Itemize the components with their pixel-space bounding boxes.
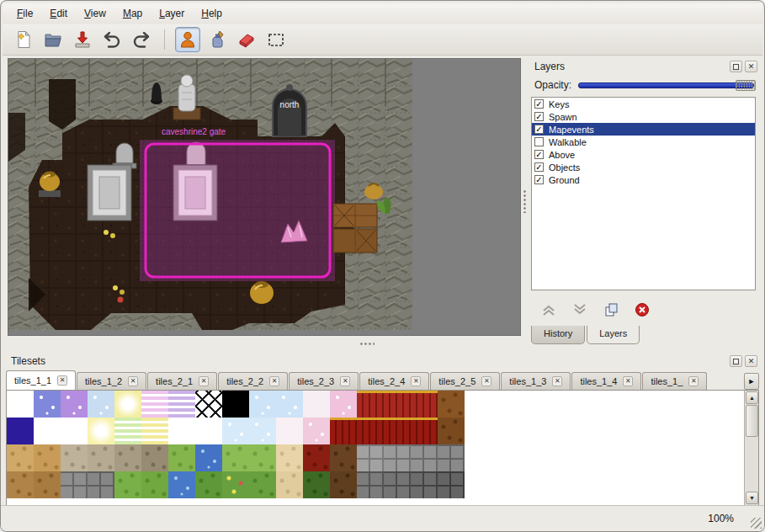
tab-close-icon[interactable]: ✕ xyxy=(340,376,350,386)
tile-3-10[interactable] xyxy=(276,471,303,498)
tile-2-16[interactable] xyxy=(438,444,465,471)
tile-3-1[interactable] xyxy=(34,471,61,498)
tab-close-icon[interactable]: ✕ xyxy=(481,376,491,386)
tileset-tab-tiles_1_1[interactable]: tiles_1_1✕ xyxy=(6,370,76,390)
tile-2-1[interactable] xyxy=(34,444,61,471)
layer-visibility-checkbox[interactable]: ✓ xyxy=(534,162,544,172)
layer-row-spawn[interactable]: ✓Spawn xyxy=(532,110,755,123)
tile-3-15[interactable] xyxy=(411,471,438,498)
tab-layers[interactable]: Layers xyxy=(587,326,640,344)
tileset-tab-tiles_2_5[interactable]: tiles_2_5✕ xyxy=(430,372,500,390)
tile-0-13[interactable] xyxy=(357,391,384,418)
tile-3-6[interactable] xyxy=(168,471,195,498)
menu-edit[interactable]: Edit xyxy=(42,5,75,22)
tile-1-16[interactable] xyxy=(438,418,465,444)
tileset-tab-tiles_2_1[interactable]: tiles_2_1✕ xyxy=(147,372,217,390)
map-canvas[interactable]: north caveshrine2 gate xyxy=(8,59,412,330)
layer-row-above[interactable]: ✓Above xyxy=(532,148,755,161)
layer-row-keys[interactable]: ✓Keys xyxy=(532,98,755,110)
tile-0-11[interactable] xyxy=(303,391,330,418)
tile-3-14[interactable] xyxy=(384,471,411,498)
tile-2-15[interactable] xyxy=(411,444,438,471)
tab-close-icon[interactable]: ✕ xyxy=(57,375,67,386)
scrollbar-thumb[interactable] xyxy=(746,405,758,437)
tab-history[interactable]: History xyxy=(531,326,585,344)
tilesets-close-button[interactable]: ✕ xyxy=(745,355,757,367)
tile-3-11[interactable] xyxy=(303,471,330,498)
menu-file[interactable]: File xyxy=(9,5,40,22)
tile-2-6[interactable] xyxy=(168,444,195,471)
tileset-tab-tiles_1_3[interactable]: tiles_1_3✕ xyxy=(501,372,571,390)
tile-3-13[interactable] xyxy=(357,471,384,498)
tab-close-icon[interactable]: ✕ xyxy=(128,376,138,386)
fill-tool-button[interactable] xyxy=(205,27,230,52)
tab-close-icon[interactable]: ✕ xyxy=(688,376,699,386)
place-event-tool-button[interactable] xyxy=(175,27,200,52)
duplicate-layer-button[interactable] xyxy=(602,301,620,319)
tile-0-15[interactable] xyxy=(411,391,438,418)
tile-0-3[interactable] xyxy=(88,391,114,418)
tile-3-2[interactable] xyxy=(61,471,88,498)
resize-grip[interactable] xyxy=(751,518,762,529)
tile-0-8[interactable] xyxy=(222,391,249,418)
tile-1-3[interactable] xyxy=(88,418,114,444)
palette-scrollbar[interactable]: ▲ ▼ xyxy=(744,391,758,505)
tile-1-4[interactable] xyxy=(114,418,141,444)
tile-3-16[interactable] xyxy=(438,471,465,498)
redo-button[interactable] xyxy=(129,27,154,52)
remove-layer-button[interactable] xyxy=(633,301,651,319)
tileset-tab-tiles_2_4[interactable]: tiles_2_4✕ xyxy=(359,372,429,390)
tile-0-1[interactable] xyxy=(34,391,61,418)
map-viewport[interactable]: north caveshrine2 gate xyxy=(8,58,521,336)
opacity-slider-handle[interactable] xyxy=(736,80,756,91)
tile-1-0[interactable] xyxy=(7,418,34,444)
layer-visibility-checkbox[interactable]: ✓ xyxy=(534,125,544,134)
tile-2-10[interactable] xyxy=(276,444,303,471)
tile-1-10[interactable] xyxy=(276,418,303,444)
tile-2-9[interactable] xyxy=(249,444,276,471)
tile-1-5[interactable] xyxy=(141,418,168,444)
tileset-tab-tiles_1_4[interactable]: tiles_1_4✕ xyxy=(571,372,641,390)
select-tool-button[interactable] xyxy=(263,27,289,52)
layers-float-button[interactable] xyxy=(730,61,742,72)
vertical-splitter[interactable] xyxy=(522,58,528,336)
layer-list[interactable]: ✓Keys✓Spawn✓MapeventsWalkable✓Above✓Obje… xyxy=(531,97,756,290)
layer-row-objects[interactable]: ✓Objects xyxy=(532,161,755,173)
move-layer-down-button[interactable] xyxy=(571,301,589,319)
layers-close-button[interactable]: ✕ xyxy=(745,61,757,72)
tile-3-4[interactable] xyxy=(114,471,141,498)
tile-1-15[interactable] xyxy=(411,418,438,444)
tab-close-icon[interactable]: ✕ xyxy=(552,376,562,386)
tile-0-0[interactable] xyxy=(7,391,34,418)
save-button[interactable] xyxy=(70,27,95,52)
tile-3-7[interactable] xyxy=(195,471,222,498)
scroll-up-button[interactable]: ▲ xyxy=(746,391,758,404)
tile-2-5[interactable] xyxy=(141,444,168,471)
tile-2-7[interactable] xyxy=(195,444,222,471)
tile-3-9[interactable] xyxy=(249,471,276,498)
tilesets-float-button[interactable] xyxy=(730,355,742,367)
tab-close-icon[interactable]: ✕ xyxy=(269,376,279,386)
tile-3-12[interactable] xyxy=(330,471,357,498)
layer-visibility-checkbox[interactable]: ✓ xyxy=(534,112,544,121)
layer-visibility-checkbox[interactable]: ✓ xyxy=(534,150,544,159)
tileset-tab-tiles_1_2[interactable]: tiles_1_2✕ xyxy=(77,372,146,390)
tile-2-8[interactable] xyxy=(222,444,249,471)
tile-2-14[interactable] xyxy=(384,444,411,471)
tile-2-13[interactable] xyxy=(357,444,384,471)
tile-0-4[interactable] xyxy=(114,391,141,418)
tile-1-11[interactable] xyxy=(303,418,330,444)
tile-0-7[interactable] xyxy=(195,391,222,418)
tab-scroll-right-button[interactable]: ► xyxy=(744,373,759,390)
tile-0-6[interactable] xyxy=(168,391,195,418)
tile-3-3[interactable] xyxy=(88,471,114,498)
tileset-tab-tiles_1_[interactable]: tiles_1_✕ xyxy=(642,372,707,390)
tile-0-16[interactable] xyxy=(438,391,465,418)
tile-3-0[interactable] xyxy=(7,471,34,498)
tab-close-icon[interactable]: ✕ xyxy=(623,376,633,386)
tile-1-2[interactable] xyxy=(61,418,88,444)
tile-2-11[interactable] xyxy=(303,444,330,471)
opacity-slider-track[interactable] xyxy=(578,82,754,88)
move-layer-up-button[interactable] xyxy=(539,301,558,319)
tile-1-1[interactable] xyxy=(34,418,61,444)
